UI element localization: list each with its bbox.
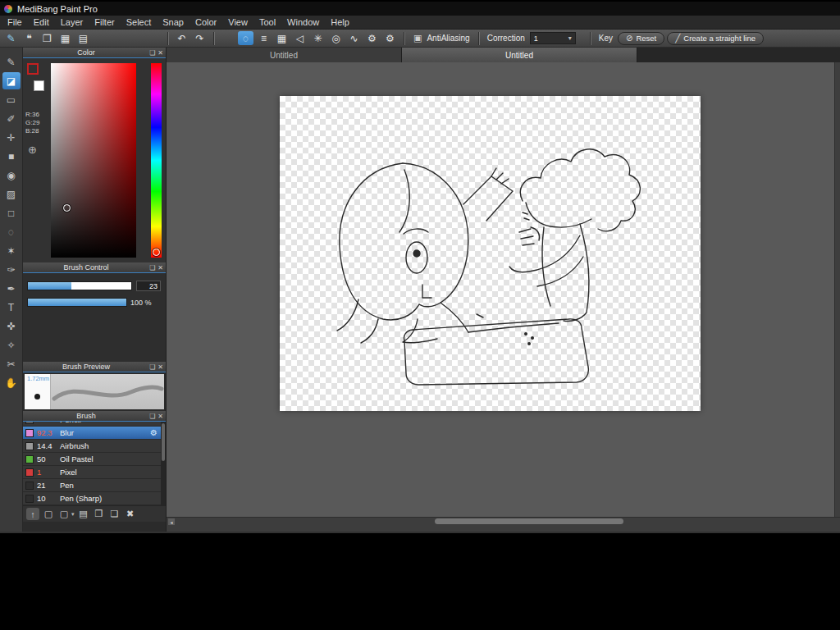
saturation-value-picker[interactable]: [51, 63, 136, 258]
color-wheel-icon[interactable]: ⊕: [28, 144, 37, 156]
gradient-tool[interactable]: ▨: [2, 185, 21, 203]
brush-size-slider[interactable]: [27, 281, 132, 290]
brush-item-blur[interactable]: 92.3 Blur ⚙: [23, 427, 166, 440]
tab-untitled-2[interactable]: Untitled: [402, 48, 637, 62]
grid-icon[interactable]: ▤: [75, 31, 91, 45]
menu-layer[interactable]: Layer: [55, 16, 89, 29]
grid-snap-icon[interactable]: ▦: [274, 31, 290, 45]
comment-icon[interactable]: ❝: [21, 31, 37, 45]
brush-item-oil-pastel[interactable]: 50 Oil Pastel: [23, 453, 166, 466]
magic-wand-tool[interactable]: ✶: [2, 242, 21, 259]
operation-tool[interactable]: ✜: [2, 317, 21, 335]
document-canvas[interactable]: [280, 96, 701, 411]
brush-panel-footer: ↑ ▢ ▢ ▾ ▤ ❒ ❏ ✖: [23, 505, 166, 522]
reset-button[interactable]: ⊘ Reset: [618, 32, 664, 45]
select-tool[interactable]: □: [2, 204, 21, 221]
brush-preview-box: 1.72mm: [25, 374, 164, 409]
add-brush-menu-icon[interactable]: ▢: [57, 508, 71, 520]
gear-icon[interactable]: ⚙: [150, 428, 158, 437]
snap-settings-icon[interactable]: ⚙: [364, 31, 380, 45]
close-icon[interactable]: ✕: [158, 413, 163, 420]
undo-icon[interactable]: ↶: [174, 31, 189, 45]
chevron-down-icon[interactable]: ▾: [71, 511, 75, 518]
menu-snap[interactable]: Snap: [157, 16, 189, 29]
divide-tool[interactable]: ✂: [2, 355, 21, 372]
concentric-snap-icon[interactable]: ◎: [328, 31, 344, 45]
menu-help[interactable]: Help: [325, 16, 355, 29]
hue-cursor[interactable]: [153, 249, 160, 256]
curve-snap-icon[interactable]: ∿: [346, 31, 362, 45]
brush-folder-icon[interactable]: ❒: [93, 508, 106, 520]
menu-tool[interactable]: Tool: [253, 16, 281, 29]
sv-cursor[interactable]: [63, 204, 71, 212]
foreground-color-swatch[interactable]: [27, 63, 39, 75]
snap-off-icon[interactable]: ◌: [238, 31, 253, 45]
brush-size: 50: [37, 454, 57, 463]
background-color-swatch[interactable]: [34, 80, 44, 91]
hue-slider[interactable]: [151, 63, 162, 258]
pixel-grid-icon[interactable]: ▦: [57, 31, 73, 45]
brush-opacity-slider[interactable]: [27, 298, 127, 307]
close-icon[interactable]: ✕: [158, 264, 163, 272]
brush-preview-title: Brush Preview: [23, 363, 149, 371]
correction-dropdown[interactable]: 1 ▾: [530, 32, 576, 44]
menu-filter[interactable]: Filter: [89, 16, 120, 29]
pen-tool[interactable]: ✎: [2, 53, 21, 71]
vertical-scrollbar[interactable]: [834, 62, 840, 517]
menu-file[interactable]: File: [2, 16, 28, 29]
delete-brush-icon[interactable]: ✖: [124, 508, 137, 520]
popout-icon[interactable]: ❏: [149, 363, 155, 371]
radial-snap-icon[interactable]: ✳: [310, 31, 326, 45]
key-label[interactable]: Key: [599, 34, 613, 43]
duplicate-brush-icon[interactable]: ❏: [108, 508, 121, 520]
brush-size-value[interactable]: 23: [136, 281, 161, 291]
parallel-snap-icon[interactable]: ≡: [256, 31, 272, 45]
split-view-icon[interactable]: ❐: [39, 31, 55, 45]
menu-select[interactable]: Select: [121, 16, 158, 29]
marker-icon[interactable]: ✎: [3, 31, 19, 45]
cloud-upload-icon[interactable]: ↑: [26, 508, 39, 520]
brush-tool[interactable]: ✐: [2, 110, 21, 127]
brush-name: Pixel: [60, 468, 77, 477]
menu-edit[interactable]: Edit: [28, 16, 55, 29]
popout-icon[interactable]: ❏: [149, 413, 155, 420]
brush-item-airbrush[interactable]: 14.4 Airbrush: [23, 440, 166, 453]
close-icon[interactable]: ✕: [158, 363, 163, 371]
canvas-viewport[interactable]: [167, 62, 840, 517]
brush-list-scrollbar[interactable]: [161, 422, 166, 505]
brush-item-pen-sharp[interactable]: 10 Pen (Sharp): [23, 492, 166, 505]
close-icon[interactable]: ✕: [158, 49, 163, 57]
menu-color[interactable]: Color: [189, 16, 222, 29]
menu-view[interactable]: View: [222, 16, 253, 29]
lasso-tool[interactable]: ◌: [2, 223, 21, 240]
popout-icon[interactable]: ❏: [149, 49, 155, 57]
horizontal-scrollbar[interactable]: ◂: [167, 517, 840, 525]
bucket-tool[interactable]: ◉: [2, 167, 21, 184]
tool-settings-icon[interactable]: ⚙: [382, 31, 398, 45]
file-icon-group: ✎ ❝ ❐ ▦ ▤: [3, 31, 162, 45]
tab-untitled-1[interactable]: Untitled: [167, 48, 402, 62]
select-pen-tool[interactable]: ✑: [2, 261, 21, 278]
edit-brush-icon[interactable]: ▤: [77, 508, 90, 520]
popout-icon[interactable]: ❏: [149, 264, 155, 272]
redo-icon[interactable]: ↷: [192, 31, 208, 45]
antialiasing-label[interactable]: AntiAliasing: [427, 34, 469, 43]
create-straight-line-button[interactable]: ╱ Create a straight line: [667, 32, 764, 45]
select-rect-tool[interactable]: ▭: [2, 91, 21, 108]
eraser-tool[interactable]: ◪: [2, 72, 21, 89]
antialiasing-icon[interactable]: ▣: [413, 33, 422, 43]
brush-item-pixel[interactable]: 1 Pixel: [23, 466, 166, 479]
brush-item-pen[interactable]: 21 Pen: [23, 479, 166, 492]
fill-tool[interactable]: ■: [2, 148, 21, 165]
text-tool[interactable]: T: [2, 299, 21, 316]
add-brush-icon[interactable]: ▢: [42, 508, 55, 520]
hand-tool[interactable]: ✋: [2, 374, 21, 391]
brush-list-scroll-thumb[interactable]: [162, 423, 165, 461]
horizontal-scroll-thumb[interactable]: [435, 518, 623, 524]
menu-window[interactable]: Window: [281, 16, 325, 29]
vanishing-point-snap-icon[interactable]: ◁: [292, 31, 308, 45]
scroll-left-arrow[interactable]: ◂: [168, 518, 175, 525]
eyedropper-tool[interactable]: ✧: [2, 336, 21, 354]
select-eraser-tool[interactable]: ✒: [2, 280, 21, 297]
move-tool[interactable]: ✛: [2, 129, 21, 146]
